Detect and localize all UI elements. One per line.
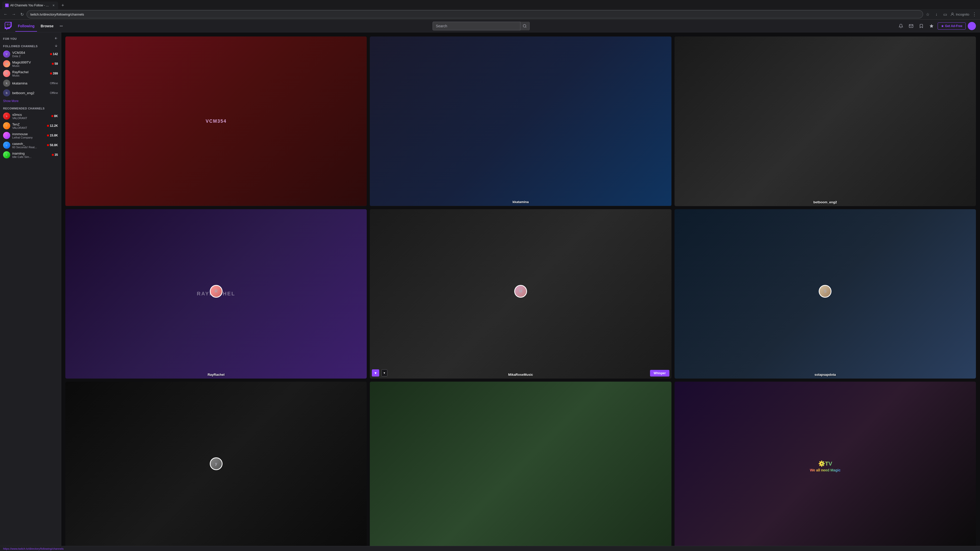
twitch-logo <box>4 22 12 30</box>
card-kkatamina[interactable]: kkatamina <box>370 37 671 206</box>
channel-name-tenz: TenZ <box>12 122 45 126</box>
live-dot-caseoh <box>47 144 49 146</box>
viewers-rayrachel: 399 <box>50 72 58 75</box>
thumbnail-caedrel: Caedrel <box>370 382 671 546</box>
svg-marker-6 <box>929 24 933 27</box>
live-dot-vcm354 <box>50 53 52 55</box>
tab-close-button[interactable]: × <box>52 3 55 7</box>
channel-name-vcm354: VCM354 <box>12 51 48 55</box>
sidebar-channel-rayrachel[interactable]: R RayRachel Music 399 <box>0 68 61 78</box>
thumbnail-solapsapdota: S solapsapdota <box>675 209 976 379</box>
card-avatar-solap: S <box>819 285 832 298</box>
card-name-overlay-rayrachel: RayRachel <box>65 373 367 376</box>
saved-button[interactable] <box>917 22 925 30</box>
mobile-view-button[interactable]: ▭ <box>942 11 948 18</box>
card-name-overlay-magic: Magic899TV <box>675 545 976 546</box>
followed-channels-label: FOLLOWED CHANNELS <box>3 44 38 48</box>
channel-info-ironmouse: ironmouse Lethal Company <box>12 132 45 139</box>
new-tab-button[interactable]: + <box>59 2 66 9</box>
nav-more-button[interactable] <box>57 22 65 30</box>
card-actions-mikarose: ♥ ▾ <box>372 369 387 376</box>
browser-menu-button[interactable]: ⋮ <box>971 11 978 18</box>
svg-point-1 <box>60 25 60 26</box>
sidebar-channel-s0mcs[interactable]: s s0mcs VALORANT 8K <box>0 111 61 121</box>
avatar-magic899tv: M <box>3 60 10 67</box>
sidebar-channel-tenz[interactable]: T TenZ VALORANT 12.2K <box>0 121 61 130</box>
bookmark-button[interactable]: ☆ <box>924 11 931 18</box>
forward-button[interactable]: → <box>10 11 18 18</box>
active-tab[interactable]: T All Channels You Follow - Twitch... × <box>2 2 58 9</box>
for-you-icon[interactable] <box>54 37 58 41</box>
card-overlay-text-vcm354: VCM354 <box>206 119 227 124</box>
card-avatar-mikarose: M <box>514 285 527 298</box>
channel-game-vcm354: Dota 2 <box>12 55 48 58</box>
search-container <box>65 22 897 30</box>
download-button[interactable]: ↓ <box>933 11 940 18</box>
card-name-overlay-mikarose: MikaRoseMusic <box>370 373 671 376</box>
nav-following[interactable]: Following <box>15 22 37 30</box>
magic-logo: ⚙️TV <box>810 460 840 467</box>
reload-button[interactable]: ↻ <box>18 11 25 18</box>
get-ad-free-button[interactable]: Get Ad-Free <box>938 22 966 30</box>
sidebar-channel-caseoh[interactable]: c caseoh_ 60 Seconds! Reat... 58.8K <box>0 140 61 150</box>
tab-title: All Channels You Follow - Twitch... <box>10 3 51 7</box>
twitch-app: Following Browse <box>0 20 980 551</box>
card-name-overlay-caedrel: Caedrel <box>370 545 671 546</box>
card-mikarosemusic[interactable]: M MikaRoseMusic ♥ ▾ Whisper <box>370 209 671 379</box>
sidebar-channel-betboom[interactable]: b betboom_eng2 Offline <box>0 88 61 98</box>
avatar-ironmouse: i <box>3 132 10 139</box>
live-dot-ironmouse <box>47 135 49 137</box>
card-avatar-rayrachel: R <box>210 285 223 298</box>
thumbnail-vcm354: VCM354 <box>65 37 367 206</box>
show-more-button[interactable]: Show More <box>0 98 61 104</box>
status-url: https://www.twitch.tv/directory/followin… <box>3 547 64 550</box>
card-magic899tv[interactable]: ⚙️TV We all need Magic Magic899TV <box>675 382 976 546</box>
offline-betboom: Offline <box>50 91 58 94</box>
live-dot-tenz <box>47 125 49 127</box>
sidebar-channel-inamiing[interactable]: i inamiing Idle Cafe Sim... 35 <box>0 150 61 160</box>
channel-name-magic899tv: Magic899TV <box>12 60 50 64</box>
sidebar-channel-magic899tv[interactable]: M Magic899TV Music 59 <box>0 59 61 68</box>
nav-actions: ☆ ↓ ▭ Incognito ⋮ <box>924 11 978 18</box>
heart-button-mikarose[interactable]: ♥ <box>372 369 379 376</box>
svg-point-4 <box>523 24 526 27</box>
thumbnail-rayrachel: RAYRACHEL R RayRachel <box>65 209 367 379</box>
card-solapsapdota[interactable]: S solapsapdota <box>675 209 976 379</box>
incognito-label: Incognito <box>956 13 969 16</box>
whisper-button-mikarose[interactable]: Whisper <box>650 370 669 376</box>
thumbnail-mikarosemusic: M MikaRoseMusic ♥ ▾ Whisper <box>370 209 671 379</box>
channel-grid: VCM354 kkatamina betboom_eng2 RA <box>65 37 976 546</box>
search-input[interactable] <box>433 24 520 28</box>
avatar-betboom: b <box>3 89 10 97</box>
recommended-channels-label: RECOMMENDED CHANNELS <box>3 107 45 110</box>
live-dot-inamiing <box>52 154 54 156</box>
viewers-magic899tv: 59 <box>52 62 58 65</box>
search-button[interactable] <box>520 22 529 30</box>
card-rayrachel[interactable]: RAYRACHEL R RayRachel <box>65 209 367 379</box>
channel-info-rayrachel: RayRachel Music <box>12 70 48 77</box>
card-yowe[interactable]: y yowe <box>65 382 367 546</box>
dropdown-button-mikarose[interactable]: ▾ <box>381 369 387 376</box>
search-bar[interactable] <box>433 22 530 30</box>
recommended-channels-section: RECOMMENDED CHANNELS <box>0 104 61 111</box>
sidebar-channel-ironmouse[interactable]: i ironmouse Lethal Company 15.8K <box>0 130 61 140</box>
card-vcm354[interactable]: VCM354 <box>65 37 367 206</box>
card-name-overlay-yowe: yowe <box>65 545 367 546</box>
card-betboom[interactable]: betboom_eng2 <box>675 37 976 206</box>
user-avatar[interactable] <box>968 22 976 30</box>
back-button[interactable]: ← <box>2 11 9 18</box>
card-name-overlay-solap: solapsapdota <box>675 373 976 376</box>
card-caedrel[interactable]: Caedrel <box>370 382 671 546</box>
nav-browse[interactable]: Browse <box>38 22 56 30</box>
address-bar[interactable]: twitch.tv/directory/following/channels <box>27 10 923 18</box>
magic-tagline: We all need Magic <box>810 468 840 472</box>
sidebar-channel-vcm354[interactable]: V VCM354 Dota 2 142 <box>0 49 61 59</box>
sort-icon[interactable] <box>54 44 58 48</box>
sidebar-channel-kkatamina[interactable]: k kkatamina Offline <box>0 78 61 88</box>
twitch-header: Following Browse <box>0 20 980 32</box>
mail-button[interactable] <box>907 22 915 30</box>
premium-button[interactable] <box>928 22 935 30</box>
svg-line-5 <box>525 27 526 27</box>
browser-tabs: T All Channels You Follow - Twitch... × … <box>0 0 980 9</box>
notification-button[interactable] <box>897 22 905 30</box>
